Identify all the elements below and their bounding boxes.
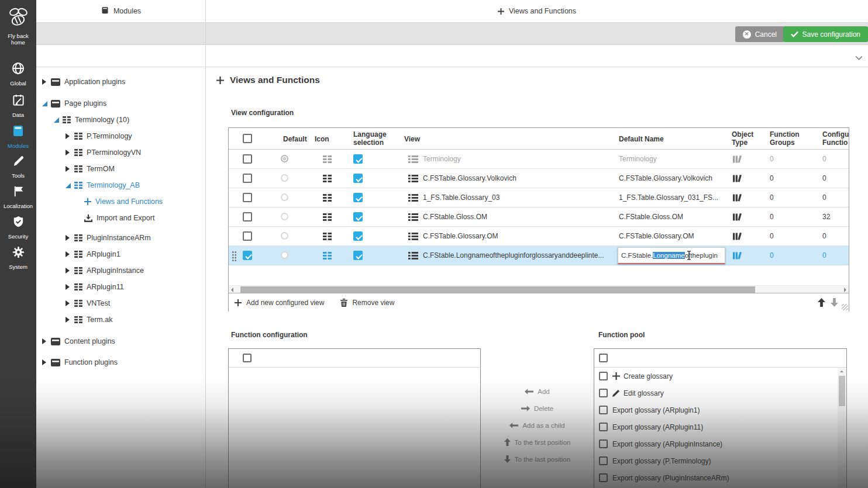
default-name-edit-input[interactable]: C.FStable.Longnameoftheplugin	[618, 247, 725, 264]
drag-handle-icon[interactable]	[232, 251, 237, 261]
item-checkbox[interactable]	[599, 439, 608, 448]
item-checkbox[interactable]	[599, 406, 608, 414]
delete-button[interactable]: Delete	[521, 403, 553, 414]
vertical-scrollbar[interactable]	[838, 368, 846, 488]
table-row[interactable]: C.FSTable.Glossary.Volkovich C.FSTable.G…	[229, 169, 849, 188]
caret-right-icon[interactable]	[66, 133, 74, 139]
tree-item-plugininstancearm[interactable]: PluginInstanceARm	[36, 230, 205, 246]
tree-item-pterminologyvn[interactable]: PTerminologyVN	[36, 144, 205, 161]
scrollbar-thumb[interactable]	[240, 286, 755, 293]
pool-item-export-glossary-p-terminology[interactable]: Export glossary (P.Terminology)	[594, 452, 846, 469]
tree-item-arplugin11[interactable]: ARplugin11	[36, 279, 205, 295]
to-first-position-button[interactable]: To the first position	[504, 437, 571, 448]
table-row-selected[interactable]: C.FStable.Longnameofthepluginforglossary…	[229, 246, 849, 265]
tree-item-application-plugins[interactable]: Application plugins	[36, 74, 205, 90]
sidebar-item-data[interactable]: Data	[0, 94, 36, 118]
caret-right-icon[interactable]	[66, 235, 74, 241]
default-radio[interactable]	[281, 251, 288, 259]
collapse-header-chevron-icon[interactable]	[855, 52, 863, 63]
row-checkbox[interactable]	[243, 154, 252, 164]
scroll-left-arrow-icon[interactable]	[231, 288, 233, 292]
remove-view-button[interactable]: Remove view	[340, 299, 394, 307]
move-up-arrow-icon[interactable]	[818, 298, 825, 307]
tree-item-arplugininstance[interactable]: ARpluginInstance	[36, 262, 205, 279]
tree-item-p-terminology[interactable]: P.Terminology	[36, 128, 205, 144]
caret-expanded-icon[interactable]	[66, 183, 74, 188]
table-row[interactable]: C.FStable.Gloss.OM C.FStable.Gloss.OM 0 …	[229, 207, 849, 227]
tree-item-termom[interactable]: TermOM	[36, 161, 205, 177]
language-selection-checkbox[interactable]	[353, 212, 363, 221]
tree-item-views-and-functions[interactable]: Views and Functions	[36, 193, 205, 210]
row-checkbox[interactable]	[243, 193, 252, 202]
tree-item-vntest[interactable]: VNTest	[36, 295, 205, 312]
language-selection-checkbox[interactable]	[353, 154, 363, 164]
item-checkbox[interactable]	[599, 473, 608, 482]
save-configuration-button[interactable]: Save configuration	[783, 26, 868, 42]
tree-item-terminology-ab[interactable]: Terminology_AB	[36, 177, 205, 193]
language-selection-checkbox[interactable]	[353, 231, 363, 241]
tree-item-term-ak[interactable]: Term.ak	[36, 312, 205, 328]
table-row[interactable]: 1_FS.Table.Glossary_03 1_FS.Table.Glossa…	[229, 188, 849, 207]
default-radio[interactable]	[281, 232, 288, 240]
tree-item-import-and-export[interactable]: Import and Export	[36, 210, 205, 226]
tree-item-content-plugins[interactable]: Content plugins	[36, 333, 205, 349]
caret-right-icon[interactable]	[66, 317, 74, 323]
pool-item-export-glossary-arplugin11[interactable]: Export glossary (ARplugin11)	[594, 418, 846, 435]
language-selection-checkbox[interactable]	[353, 193, 363, 202]
sidebar-item-system[interactable]: System	[0, 245, 36, 270]
row-checkbox[interactable]	[243, 212, 252, 221]
item-checkbox[interactable]	[599, 423, 608, 431]
row-checkbox[interactable]	[243, 251, 252, 260]
pool-item-export-glossary-arplugininstance[interactable]: Export glossary (ARpluginInstance)	[594, 435, 846, 452]
pool-item-edit-glossary[interactable]: Edit glossary	[594, 385, 846, 402]
sidebar-item-tools[interactable]: Tools	[0, 154, 36, 179]
move-down-arrow-icon[interactable]	[831, 298, 838, 307]
item-checkbox[interactable]	[599, 372, 608, 380]
resize-handle[interactable]	[842, 304, 848, 310]
caret-right-icon[interactable]	[42, 338, 51, 344]
scroll-up-arrow-icon[interactable]	[840, 371, 843, 372]
tree-item-function-plugins[interactable]: Function plugins	[36, 354, 205, 371]
row-checkbox[interactable]	[243, 231, 252, 241]
sidebar-item-global[interactable]: Global	[0, 61, 36, 86]
add-new-configured-view-button[interactable]: Add new configured view	[235, 299, 324, 307]
caret-right-icon[interactable]	[66, 268, 74, 274]
table-row[interactable]: Terminology Terminology 0 0	[229, 150, 849, 169]
scrollbar-thumb[interactable]	[839, 376, 845, 406]
row-checkbox[interactable]	[243, 174, 252, 183]
default-radio[interactable]	[281, 155, 288, 162]
to-last-position-button[interactable]: To the last position	[504, 454, 570, 465]
caret-right-icon[interactable]	[66, 300, 74, 306]
pool-item-export-glossary-arplugin1[interactable]: Export glossary (ARplugin1)	[594, 402, 846, 418]
sidebar-item-fly-back-home[interactable]: Fly back home	[0, 6, 36, 46]
sidebar-item-security[interactable]: Security	[0, 215, 36, 240]
default-radio[interactable]	[281, 193, 288, 201]
sidebar-item-localization[interactable]: Localization	[0, 185, 36, 209]
default-radio[interactable]	[281, 174, 288, 182]
select-all-checkbox[interactable]	[599, 354, 608, 362]
scroll-right-arrow-icon[interactable]	[844, 288, 846, 292]
caret-expanded-icon[interactable]	[54, 117, 63, 123]
tree-item-page-plugins[interactable]: Page plugins	[36, 95, 205, 112]
language-selection-checkbox[interactable]	[353, 174, 363, 183]
table-row[interactable]: C.FSTable.Glossary.OM C.FSTable.Glossary…	[229, 227, 849, 246]
caret-right-icon[interactable]	[66, 150, 74, 155]
tab-views-and-functions[interactable]: Views and Functions	[206, 0, 868, 22]
caret-right-icon[interactable]	[42, 359, 51, 365]
horizontal-scrollbar[interactable]	[229, 285, 849, 293]
item-checkbox[interactable]	[599, 456, 608, 465]
pool-item-export-glossary-plugininstancearm[interactable]: Export glossary (PluginInstanceARm)	[594, 469, 846, 486]
add-as-child-button[interactable]: Add as a child	[509, 420, 564, 431]
select-all-checkbox[interactable]	[243, 354, 252, 362]
language-selection-checkbox[interactable]	[353, 251, 363, 260]
caret-expanded-icon[interactable]	[42, 101, 51, 106]
tree-item-arplugin1[interactable]: ARplugin1	[36, 246, 205, 262]
pool-item-create-glossary[interactable]: Create glossary	[594, 368, 846, 385]
caret-right-icon[interactable]	[66, 251, 74, 257]
tree-item-terminology[interactable]: Terminology (10)	[36, 112, 205, 128]
item-checkbox[interactable]	[599, 389, 608, 397]
caret-right-icon[interactable]	[66, 284, 74, 290]
cancel-button[interactable]: ✕ Cancel	[735, 26, 784, 42]
default-radio[interactable]	[281, 213, 288, 220]
sidebar-item-modules[interactable]: Modules	[0, 124, 36, 149]
